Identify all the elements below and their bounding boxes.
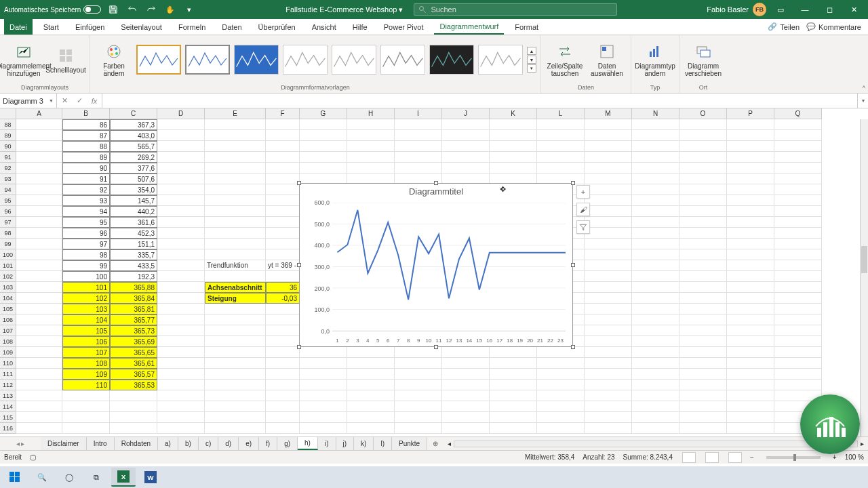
tab-file[interactable]: Datei — [4, 19, 33, 35]
column-header[interactable]: K — [490, 108, 537, 119]
cell[interactable] — [442, 390, 490, 401]
cell[interactable] — [679, 163, 727, 174]
cell[interactable] — [632, 163, 679, 174]
cell[interactable] — [774, 314, 822, 325]
cell[interactable]: 103 — [62, 304, 110, 314]
cell[interactable] — [585, 130, 632, 141]
cell[interactable] — [205, 239, 266, 249]
horizontal-scrollbar[interactable] — [454, 441, 858, 447]
row-header[interactable]: 110 — [0, 358, 16, 369]
cell[interactable] — [300, 401, 347, 412]
cell[interactable] — [727, 390, 774, 401]
sheet-tab[interactable]: Disclaimer — [41, 437, 87, 450]
cell[interactable] — [679, 271, 727, 282]
gallery-more-icon[interactable]: ▾ — [527, 64, 536, 73]
cell[interactable] — [727, 152, 774, 163]
row-header[interactable]: 96 — [0, 206, 16, 217]
cell[interactable] — [632, 369, 679, 380]
cell[interactable] — [774, 271, 822, 282]
cell[interactable] — [16, 282, 62, 293]
cell[interactable] — [537, 358, 585, 369]
cell[interactable] — [16, 260, 62, 271]
chart-styles-button[interactable]: 🖌 — [576, 203, 590, 216]
cell[interactable] — [679, 195, 727, 206]
cell[interactable] — [585, 119, 632, 130]
cell[interactable] — [679, 174, 727, 184]
cell[interactable] — [679, 206, 727, 217]
cell[interactable]: 98 — [62, 249, 110, 260]
add-chart-element-button[interactable]: Diagrammelement hinzufügen — [4, 37, 43, 82]
search-taskbar-icon[interactable]: 🔍 — [30, 468, 54, 487]
cell[interactable] — [585, 423, 632, 434]
sheet-tab[interactable]: a) — [158, 437, 178, 450]
cell[interactable] — [585, 217, 632, 228]
row-header[interactable]: 116 — [0, 423, 16, 434]
cell[interactable] — [16, 206, 62, 217]
cell[interactable] — [16, 314, 62, 325]
cell[interactable] — [266, 369, 300, 380]
cell[interactable] — [727, 336, 774, 347]
macro-record-icon[interactable]: ▢ — [30, 453, 36, 461]
cell[interactable] — [205, 380, 266, 390]
cell[interactable] — [632, 228, 679, 239]
cell[interactable]: yt = 369 - 0 — [266, 260, 300, 271]
row-header[interactable]: 107 — [0, 325, 16, 336]
row-header[interactable]: 99 — [0, 239, 16, 249]
cell[interactable]: Steigung — [205, 293, 266, 304]
cell[interactable] — [205, 336, 266, 347]
cell[interactable] — [632, 325, 679, 336]
cell[interactable] — [395, 423, 442, 434]
ribbon-display-icon[interactable]: ▭ — [770, 0, 791, 19]
cell[interactable] — [679, 325, 727, 336]
cell[interactable] — [266, 163, 300, 174]
gallery-up-icon[interactable]: ▲ — [527, 47, 536, 55]
cell[interactable] — [585, 380, 632, 390]
cell[interactable] — [490, 401, 537, 412]
cell[interactable] — [347, 358, 395, 369]
file-title[interactable]: Fallstudie E-Commerce Webshop ▾ — [285, 5, 403, 14]
cell[interactable] — [157, 390, 205, 401]
cell[interactable] — [395, 130, 442, 141]
cell[interactable] — [632, 390, 679, 401]
cell[interactable] — [774, 293, 822, 304]
tab-powerpivot[interactable]: Power Pivot — [378, 19, 429, 35]
cell[interactable] — [679, 228, 727, 239]
cell[interactable]: 365,88 — [110, 282, 157, 293]
cell[interactable] — [727, 130, 774, 141]
cell[interactable]: 365,69 — [110, 336, 157, 347]
cell[interactable] — [347, 390, 395, 401]
row-header[interactable]: 91 — [0, 152, 16, 163]
embedded-chart[interactable]: Diagrammtitel 600,0500,0400,0300,0200,01… — [299, 183, 573, 347]
cell[interactable] — [585, 390, 632, 401]
cell[interactable] — [16, 369, 62, 380]
row-header[interactable]: 111 — [0, 369, 16, 380]
chart-style-6[interactable] — [380, 45, 425, 75]
cell[interactable] — [157, 304, 205, 314]
cell[interactable] — [727, 141, 774, 152]
cell[interactable]: 354,0 — [110, 184, 157, 195]
cell[interactable] — [774, 228, 822, 239]
cell[interactable] — [266, 228, 300, 239]
cell[interactable] — [585, 401, 632, 412]
cell[interactable] — [585, 152, 632, 163]
cell[interactable] — [205, 347, 266, 358]
tab-format[interactable]: Format — [509, 19, 544, 35]
cell[interactable] — [727, 217, 774, 228]
minimize-icon[interactable]: — — [795, 0, 815, 19]
cell[interactable] — [16, 228, 62, 239]
chart-style-3[interactable] — [234, 45, 279, 75]
cell[interactable] — [157, 228, 205, 239]
cell[interactable] — [490, 369, 537, 380]
cell[interactable] — [727, 239, 774, 249]
maximize-icon[interactable]: ◻ — [819, 0, 840, 19]
cell[interactable] — [774, 347, 822, 358]
cell[interactable]: 108 — [62, 358, 110, 369]
column-header[interactable]: N — [632, 108, 679, 119]
cell[interactable] — [774, 304, 822, 314]
touch-mode-icon[interactable]: ✋ — [163, 3, 177, 16]
cell[interactable] — [632, 336, 679, 347]
cell[interactable] — [300, 141, 347, 152]
cell[interactable] — [537, 347, 585, 358]
cell[interactable]: 101 — [62, 282, 110, 293]
cell[interactable] — [157, 249, 205, 260]
